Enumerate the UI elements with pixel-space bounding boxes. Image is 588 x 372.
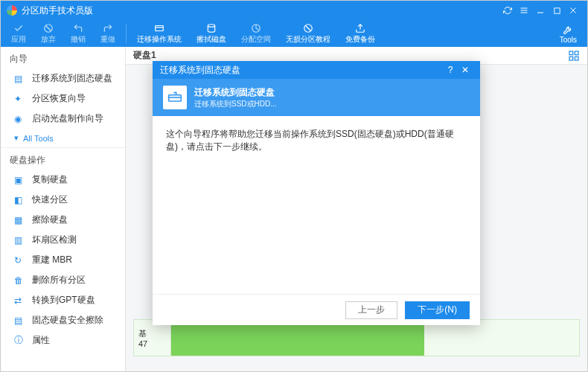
convert-icon: ⇄ [14,295,26,306]
tb-undo[interactable]: 撤销 [63,20,93,47]
modal-footer: 上一步 下一步(N) [153,294,480,325]
sidebar-item-partition-recovery[interactable]: ✦分区恢复向导 [1,89,125,109]
tb-discard[interactable]: 放弃 [33,20,63,47]
sidebar-section-wizard: 向导 [1,47,125,68]
sidebar-item-ssd-secure-erase[interactable]: ▤固态硬盘安全擦除 [1,310,125,330]
svg-rect-17 [575,51,578,55]
svg-rect-9 [156,26,164,31]
chevron-icon: ▾ [14,133,19,143]
partition-used-bar [171,320,424,356]
tb-tools[interactable]: Tools [552,20,584,47]
sidebar-item-migrate-ssd[interactable]: ▤迁移系统到固态硬盘 [1,68,125,89]
modal-header-title: 迁移系统到固态硬盘 [194,86,277,99]
breadcrumb-disk[interactable]: 硬盘1 [133,49,156,62]
svg-rect-16 [569,51,573,55]
sidebar-item-quick-partition[interactable]: ◧快速分区 [1,190,125,210]
sidebar-item-wipe-disk[interactable]: ▦擦除硬盘 [1,210,125,230]
sidebar-item-rebuild-mbr[interactable]: ↻重建 MBR [1,250,125,270]
partition-icon: ◧ [14,195,26,205]
app-window: 分区助手技术员版 应用 放弃 撤销 重做 迁移操作系统 擦拭磁盘 分配空间 无损… [0,0,588,372]
tb-free-backup[interactable]: 免费备份 [338,20,383,47]
minimize-icon[interactable] [532,2,549,19]
ssd-icon: ▤ [14,74,26,84]
sidebar-all-tools[interactable]: ▾All Tools [1,129,125,148]
modal-header-sub: 迁移系统到SSD或HDD... [194,99,277,109]
trash-icon: 🗑 [14,275,26,286]
modal-header: 迁移系统到固态硬盘 迁移系统到SSD或HDD... [153,79,480,116]
tb-allocate-space[interactable]: 分配空间 [234,20,278,47]
sidebar-item-bootable-media[interactable]: ◉启动光盘制作向导 [1,109,125,129]
modal-close-icon[interactable]: ✕ [458,65,473,75]
tb-apply[interactable]: 应用 [4,20,33,47]
app-title: 分区助手技术员版 [22,4,499,17]
sidebar-item-convert-gpt[interactable]: ⇄转换到GPT硬盘 [1,290,125,310]
copy-icon: ▣ [14,175,26,185]
sidebar-section-disk: 硬盘操作 [1,148,125,170]
scan-icon: ▥ [14,235,26,246]
svg-line-8 [46,26,51,31]
disc-icon: ◉ [14,114,26,124]
tb-redo[interactable]: 重做 [93,20,123,47]
titlebar: 分区助手技术员版 [1,1,587,20]
maximize-icon[interactable] [549,2,565,19]
erase-icon: ▤ [14,315,26,326]
info-icon: ⓘ [14,336,26,346]
modal-help-icon[interactable]: ? [443,65,458,75]
sidebar: 向导 ▤迁移系统到固态硬盘 ✦分区恢复向导 ◉启动光盘制作向导 ▾All Too… [1,47,126,371]
close-icon[interactable] [565,2,581,19]
view-toggle-icon[interactable] [568,50,580,62]
sidebar-item-properties[interactable]: ⓘ属性 [1,330,125,350]
modal-title: 迁移系统到固态硬盘 [160,64,240,77]
disk-label: 基 47 [134,320,171,356]
migrate-icon [163,86,187,109]
tb-tutorial[interactable]: 无损分区教程 [278,20,338,47]
svg-point-11 [208,25,214,28]
svg-rect-18 [569,57,573,60]
svg-rect-19 [575,57,578,60]
sidebar-item-copy-disk[interactable]: ▣复制硬盘 [1,170,125,190]
refresh-icon[interactable] [499,2,516,19]
modal-titlebar: 迁移系统到固态硬盘 ? ✕ [153,61,480,79]
modal-description: 这个向导程序将帮助您迁移当前操作系统到SSD(固态硬盘)或HDD(普通硬盘)，请… [166,128,467,153]
prev-button[interactable]: 上一步 [345,301,397,319]
toolbar-separator [126,24,127,43]
disk-partition[interactable] [171,320,579,356]
tb-migrate-os[interactable]: 迁移操作系统 [130,20,189,47]
modal-migrate-os: 迁移系统到固态硬盘 ? ✕ 迁移系统到固态硬盘 迁移系统到SSD或HDD... … [153,61,480,325]
menu-icon[interactable] [516,2,532,19]
recovery-icon: ✦ [14,94,26,104]
modal-body: 这个向导程序将帮助您迁移当前操作系统到SSD(固态硬盘)或HDD(普通硬盘)，请… [153,116,480,294]
tb-wipe-disk[interactable]: 擦拭磁盘 [189,20,234,47]
sidebar-item-bad-sector[interactable]: ▥坏扇区检测 [1,230,125,250]
mbr-icon: ↻ [14,255,26,266]
app-logo-icon [7,5,17,16]
sidebar-item-delete-all[interactable]: 🗑删除所有分区 [1,270,125,290]
svg-line-14 [306,26,311,31]
svg-rect-4 [554,7,559,13]
wipe-icon: ▦ [14,215,26,225]
toolbar: 应用 放弃 撤销 重做 迁移操作系统 擦拭磁盘 分配空间 无损分区教程 免费备份… [1,20,587,47]
next-button[interactable]: 下一步(N) [405,301,470,319]
